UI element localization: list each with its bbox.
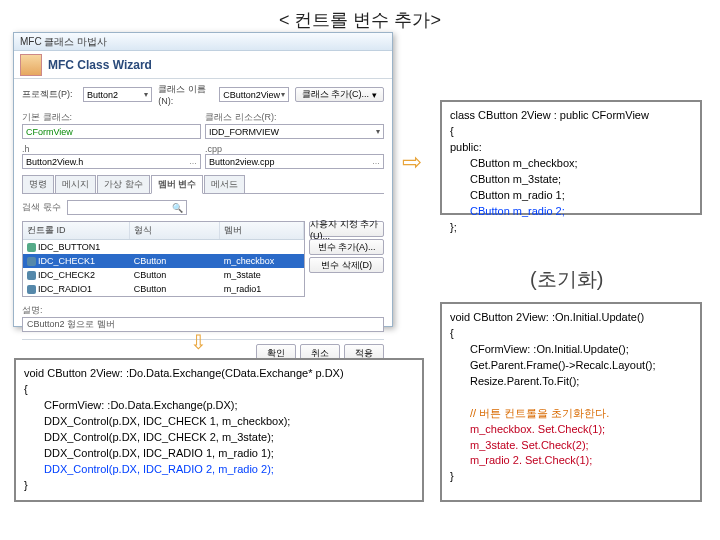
tab-commands[interactable]: 명령: [22, 175, 54, 193]
init-label: (초기화): [530, 266, 603, 293]
project-select[interactable]: Button2▾: [83, 87, 152, 102]
label-project: 프로젝트(P):: [22, 88, 77, 101]
tab-methods[interactable]: 메서드: [204, 175, 245, 193]
window-title: MFC 클래스 마법사: [14, 33, 392, 51]
chevron-down-icon: ▾: [144, 90, 148, 99]
add-var-button[interactable]: 변수 추가(A)...: [309, 239, 384, 255]
row-icon: [27, 257, 36, 266]
custom-add-button[interactable]: 사용자 지정 추가(U)...: [309, 221, 384, 237]
decl-file-field[interactable]: Button2View.h…: [22, 154, 201, 169]
label-impl: .cpp: [205, 144, 384, 154]
search-label: 검색 몫수: [22, 201, 61, 214]
wizard-window: MFC 클래스 마법사 MFC Class Wizard 프로젝트(P): Bu…: [13, 32, 393, 327]
code-class-decl: class CButton 2View : public CFormView {…: [440, 100, 702, 215]
tabs: 명령 메시지 가상 함수 멤버 변수 메서드: [22, 175, 384, 194]
wizard-icon: [20, 54, 42, 76]
class-select[interactable]: CButton2View▾: [219, 87, 288, 102]
label-resource: 클래스 리소스(R):: [205, 111, 384, 124]
label-class: 클래스 이름(N):: [158, 83, 213, 106]
th-member[interactable]: 멤버: [220, 222, 304, 239]
chevron-down-icon: ▾: [281, 90, 285, 99]
tab-member-vars[interactable]: 멤버 변수: [151, 175, 204, 194]
slide-title: < 컨트롤 변수 추가>: [0, 8, 720, 32]
code-init: void CButton 2View: :On.Initial.Update()…: [440, 302, 702, 502]
impl-file-field[interactable]: Button2view.cpp…: [205, 154, 384, 169]
wizard-banner: MFC Class Wizard: [14, 51, 392, 79]
arrow-right-icon: ⇨: [402, 148, 422, 176]
row-icon: [27, 243, 36, 252]
tab-messages[interactable]: 메시지: [55, 175, 96, 193]
tab-virtual[interactable]: 가상 함수: [97, 175, 150, 193]
code-ddx: void CButton 2View: :Do.Data.Exchange(CD…: [14, 358, 424, 502]
member-var-table: 컨트롤 ID 형식 멤버 IDC_BUTTON1IDC_CHECK1CButto…: [22, 221, 305, 297]
table-row[interactable]: IDC_BUTTON1: [23, 240, 304, 254]
th-type[interactable]: 형식: [130, 222, 220, 239]
row-icon: [27, 271, 36, 280]
add-class-button[interactable]: 클래스 추가(C)...▾: [295, 87, 385, 102]
desc-label: 설명:: [22, 304, 384, 317]
table-row[interactable]: IDC_CHECK2CButtonm_3state: [23, 268, 304, 282]
base-class-field: CFormView: [22, 124, 201, 139]
search-input[interactable]: 🔍: [67, 200, 187, 215]
table-row[interactable]: IDC_RADIO1CButtonm_radio1: [23, 282, 304, 296]
resource-select[interactable]: IDD_FORMVIEW▾: [205, 124, 384, 139]
wizard-banner-text: MFC Class Wizard: [48, 58, 152, 72]
arrow-down-icon: ⇩: [190, 330, 207, 354]
row-icon: [27, 285, 36, 294]
search-row: 검색 몫수 🔍: [22, 200, 384, 215]
th-control-id[interactable]: 컨트롤 ID: [23, 222, 130, 239]
label-base: 기본 클래스:: [22, 111, 201, 124]
label-decl: .h: [22, 144, 201, 154]
delete-var-button[interactable]: 변수 삭제(D): [309, 257, 384, 273]
table-row[interactable]: IDC_CHECK1CButtonm_checkbox: [23, 254, 304, 268]
